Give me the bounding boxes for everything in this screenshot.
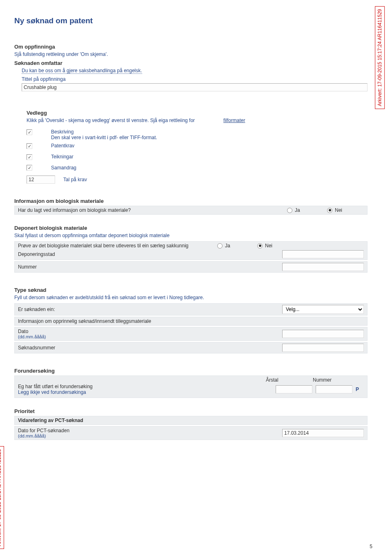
forundersoking-panel: Årstal Nummer Eg har fått utført ei foru… bbox=[14, 375, 368, 398]
nummer-input[interactable] bbox=[316, 385, 352, 393]
filformater-link[interactable]: filformater bbox=[223, 118, 245, 123]
forundersoking-note: Legg ikkje ved forundersøkinga bbox=[18, 389, 272, 395]
page-title: Ny søknad om patent bbox=[14, 16, 368, 25]
dato-hint: (dd.mm.åååå) bbox=[18, 334, 279, 339]
archive-stamp-bottom: Arkivert: 17-09-2015 15:17:24 AR11641152… bbox=[0, 446, 4, 549]
arstal-input[interactable] bbox=[276, 385, 312, 393]
deponert-nei-label: Nei bbox=[265, 243, 272, 249]
dato-label: Dato bbox=[18, 329, 279, 334]
soknadsnummer-label: Søknadsnummer bbox=[18, 345, 279, 351]
vedlegg-row-patentkrav: ✓ Patentkrav bbox=[27, 143, 368, 149]
vedlegg-row-samandrag: ✓ Samandrag bbox=[27, 165, 368, 171]
prioritet-heading: Prioritet bbox=[14, 408, 368, 414]
vedlegg-section: Vedlegg Klikk på 'Oversikt - skjema og v… bbox=[27, 110, 368, 184]
deponert-section: Deponert biologisk materiale Skal fyllas… bbox=[14, 225, 368, 273]
biomat-nei-radio[interactable] bbox=[327, 208, 332, 213]
soknaden-omfattar-note: Du kan be oss om å gjere saksbehandlinga… bbox=[14, 68, 368, 73]
er-soknaden-select[interactable]: Velg... bbox=[282, 305, 364, 314]
type-soknad-heading: Type søknad bbox=[14, 287, 368, 293]
checkbox-teikningar[interactable]: ✓ bbox=[27, 154, 32, 160]
soknadsnummer-row: Søknadsnummer bbox=[14, 342, 368, 353]
biomat-ja-radio[interactable] bbox=[287, 208, 292, 213]
vedlegg-row-teikningar: ✓ Teikningar bbox=[27, 154, 368, 160]
pct-dato-label: Dato for PCT-søknaden bbox=[18, 428, 279, 433]
deponeringsstad-input[interactable] bbox=[282, 250, 364, 258]
om-oppfinninga-heading: Om oppfinninga bbox=[14, 44, 368, 50]
soknaden-omfattar-section: Søknaden omfattar Du kan be oss om å gje… bbox=[14, 60, 368, 73]
deponeringsstad-label: Deponeringsstad bbox=[18, 251, 279, 257]
vedlegg-row-beskriving: ✓ Beskriving Den skal vere i svart-kvitt… bbox=[27, 129, 368, 140]
deponert-nummer-row: Nummer bbox=[14, 261, 368, 273]
biomat-ja-label: Ja bbox=[295, 207, 300, 213]
vedlegg-label: Beskriving bbox=[51, 129, 157, 135]
type-soknad-section: Type søknad Fyll ut dersom søknaden er a… bbox=[14, 287, 368, 353]
biomat-heading: Informasjon om biologisk materiale bbox=[14, 198, 368, 204]
deponert-nummer-input[interactable] bbox=[282, 263, 364, 271]
deponert-question: Prøve av det biologiske materialet skal … bbox=[18, 243, 214, 249]
nummer-header: Nummer bbox=[313, 377, 352, 383]
pct-heading: Vidareføring av PCT-søknad bbox=[14, 416, 368, 425]
arstal-header: Årstal bbox=[266, 377, 305, 383]
tittel-label: Tittel på oppfinninga bbox=[14, 76, 368, 82]
om-oppfinninga-section: Om oppfinninga Sjå fullstendig rettleiin… bbox=[14, 44, 368, 57]
deponert-ja-label: Ja bbox=[225, 243, 230, 249]
deponert-ja-radio[interactable] bbox=[217, 243, 223, 249]
type-soknad-note: Fyll ut dersom søknaden er avdelt/utskil… bbox=[14, 295, 368, 300]
pct-dato-row: Dato for PCT-søknaden (dd.mm.åååå) bbox=[14, 426, 368, 440]
deponert-note: Skal fyllast ut dersom oppfinninga omfat… bbox=[14, 233, 368, 238]
checkbox-patentkrav[interactable]: ✓ bbox=[27, 143, 32, 149]
soknadsnummer-input[interactable] bbox=[282, 344, 364, 352]
biomat-nei-label: Nei bbox=[335, 207, 342, 213]
forundersoking-heading: Forundersøking bbox=[14, 368, 368, 374]
deponert-heading: Deponert biologisk materiale bbox=[14, 225, 368, 231]
tittel-input[interactable] bbox=[22, 83, 368, 91]
forundersoking-section: Forundersøking Årstal Nummer Eg har fått… bbox=[14, 368, 368, 398]
biomat-section: Informasjon om biologisk materiale Har d… bbox=[14, 198, 368, 215]
vedlegg-heading: Vedlegg bbox=[27, 110, 368, 116]
er-soknaden-label: Er søknaden ein: bbox=[18, 307, 279, 312]
soknaden-omfattar-heading: Søknaden omfattar bbox=[14, 60, 368, 66]
vedlegg-label: Samandrag bbox=[51, 165, 76, 171]
opprinnelig-info-row: Informasjon om opprinnelig søknad/innsen… bbox=[14, 317, 368, 326]
vedlegg-intro: Klikk på 'Oversikt - skjema og vedlegg' … bbox=[27, 118, 195, 123]
checkbox-samandrag[interactable]: ✓ bbox=[27, 165, 32, 171]
dato-row: Dato (dd.mm.åååå) bbox=[14, 327, 368, 341]
p-label: P bbox=[356, 387, 364, 392]
pct-dato-input[interactable] bbox=[282, 429, 364, 437]
prioritet-section: Prioritet Vidareføring av PCT-søknad Dat… bbox=[14, 408, 368, 440]
vedlegg-row-krav: Tal på krav bbox=[27, 176, 368, 184]
dato-input[interactable] bbox=[282, 330, 364, 338]
deponert-nummer-label: Nummer bbox=[18, 264, 279, 270]
checkbox-beskriving[interactable]: ✓ bbox=[27, 129, 32, 135]
vedlegg-label: Patentkrav bbox=[51, 143, 74, 149]
tal-pa-krav-input[interactable] bbox=[27, 176, 55, 184]
soknaden-omfattar-note-text: Du kan be oss om å gjere saksbehandlinga… bbox=[22, 68, 142, 74]
form-body: Ny søknad om patent Om oppfinninga Sjå f… bbox=[0, 0, 392, 440]
page-number: 5 bbox=[370, 544, 372, 549]
om-oppfinninga-note: Sjå fullstendig rettleiing under 'Om skj… bbox=[14, 51, 368, 57]
tal-pa-krav-label: Tal på krav bbox=[63, 176, 87, 182]
deponert-nei-radio[interactable] bbox=[257, 243, 263, 249]
pct-dato-hint: (dd.mm.åååå) bbox=[18, 433, 279, 438]
deponert-panel: Prøve av det biologiske materialet skal … bbox=[14, 241, 368, 260]
biomat-question-row: Har du lagt ved informasjon om biologisk… bbox=[14, 206, 368, 215]
er-soknaden-row: Er søknaden ein: Velg... bbox=[14, 303, 368, 315]
vedlegg-sub: Den skal vere i svart-kvitt i pdf- eller… bbox=[51, 135, 157, 140]
vedlegg-label: Teikningar bbox=[51, 154, 74, 160]
biomat-question: Har du lagt ved informasjon om biologisk… bbox=[18, 207, 284, 213]
forundersoking-q: Eg har fått utført ei forundersøking bbox=[18, 384, 272, 389]
archive-stamp-top: Arkivert: 17-09-2015 15:17:24 AR11641152… bbox=[375, 6, 385, 109]
